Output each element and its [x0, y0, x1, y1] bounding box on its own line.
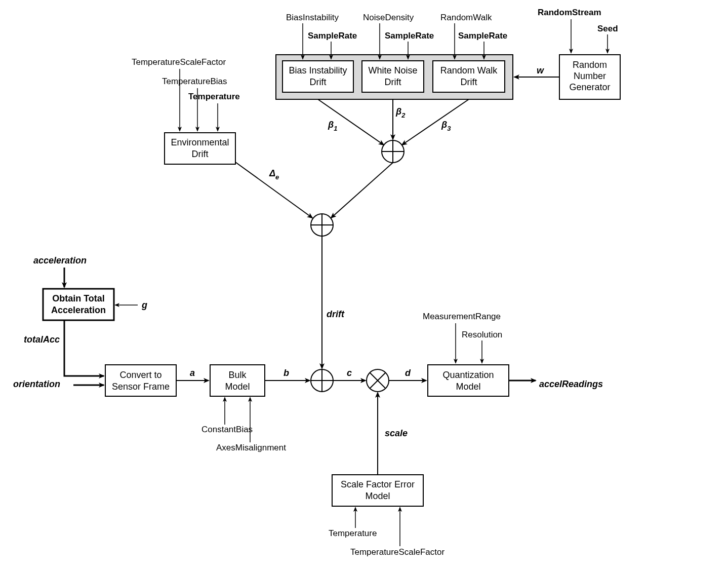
obtain-total-l1: Obtain Total: [52, 293, 105, 304]
c-label: c: [347, 368, 352, 378]
white-noise-drift-l1: White Noise: [368, 65, 417, 75]
scale-label: scale: [385, 428, 408, 438]
rng-l2: Number: [574, 71, 606, 81]
beta1-label: β1: [328, 120, 337, 132]
scale-err-l2: Model: [365, 491, 390, 501]
axes-mis-label: AxesMisalignment: [216, 443, 286, 452]
env-drift-l2: Drift: [192, 149, 209, 159]
noise-density-label: NoiseDensity: [363, 13, 414, 22]
arrow: [64, 320, 104, 376]
totalacc-label: totalAcc: [24, 334, 60, 345]
g-label: g: [141, 300, 147, 310]
accel-readings-label: accelReadings: [539, 379, 603, 389]
quant-l2: Model: [456, 382, 480, 392]
seed-label: Seed: [597, 24, 618, 33]
rng-l3: Generator: [569, 82, 610, 92]
drift-label: drift: [327, 309, 345, 319]
sum-beta-icon: [382, 140, 404, 163]
resolution-label: Resolution: [462, 330, 502, 339]
b-label: b: [284, 368, 289, 378]
orientation-label: orientation: [13, 379, 60, 389]
temperature-label: Temperature: [188, 92, 240, 101]
env-drift-l1: Environmental: [171, 137, 229, 147]
quant-l1: Quantization: [442, 370, 494, 380]
obtain-total-l2: Acceleration: [51, 305, 106, 315]
delta-e-label: Δe: [269, 168, 279, 181]
sample-rate-1-label: SampleRate: [308, 31, 357, 41]
convert-l1: Convert to: [119, 370, 161, 380]
meas-range-label: MeasurementRange: [423, 312, 501, 321]
bias-instability-label: BiasInstability: [286, 13, 339, 22]
sample-rate-2-label: SampleRate: [385, 31, 434, 41]
temp-scale-factor2-label: TemperatureScaleFactor: [350, 547, 444, 557]
temp-scale-factor-label: TemperatureScaleFactor: [132, 57, 226, 67]
convert-l2: Sensor Frame: [112, 382, 170, 392]
random-walk-label: RandomWalk: [440, 13, 492, 22]
bulk-l1: Bulk: [228, 370, 247, 380]
random-stream-label: RandomStream: [538, 8, 601, 17]
beta2-label: β2: [395, 106, 406, 119]
acceleration-label: acceleration: [33, 255, 87, 265]
sum-drift-icon: [311, 214, 333, 236]
beta3-label: β3: [441, 120, 451, 132]
arrow: [402, 99, 469, 145]
temp-bias-label: TemperatureBias: [162, 77, 227, 86]
a-label: a: [190, 368, 195, 378]
white-noise-drift-l2: Drift: [385, 77, 401, 87]
random-walk-drift-l1: Random Walk: [440, 65, 498, 75]
bias-instability-drift-l2: Drift: [310, 77, 327, 87]
sum-c-icon: [311, 369, 333, 392]
temperature2-label: Temperature: [329, 528, 377, 538]
random-walk-drift-l2: Drift: [461, 77, 477, 87]
w-label: w: [537, 65, 544, 75]
sample-rate-3-label: SampleRate: [458, 31, 507, 41]
mult-icon: [367, 369, 389, 392]
scale-err-l1: Scale Factor Error: [341, 479, 415, 489]
constant-bias-label: ConstantBias: [201, 425, 253, 434]
bulk-l2: Model: [225, 382, 250, 392]
arrow: [331, 163, 393, 218]
d-label: d: [405, 368, 411, 378]
bias-instability-drift-l1: Bias Instability: [289, 65, 347, 75]
rng-l1: Random: [573, 60, 607, 70]
